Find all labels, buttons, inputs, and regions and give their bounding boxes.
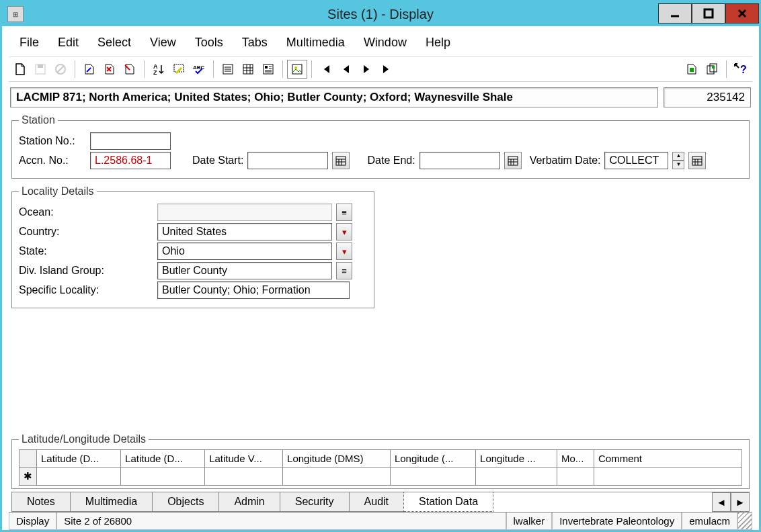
latlon-legend: Latitude/Longitude Details — [19, 433, 149, 445]
toolbar-sep — [282, 60, 283, 78]
tab-admin[interactable]: Admin — [218, 492, 280, 512]
cancel-button[interactable] — [50, 60, 71, 79]
last-record-button[interactable] — [376, 60, 397, 79]
view-contact-button[interactable] — [258, 60, 278, 79]
menu-tabs[interactable]: Tabs — [234, 34, 276, 51]
resize-grip[interactable] — [737, 513, 752, 530]
accn-no-input[interactable] — [90, 152, 171, 169]
svg-rect-47 — [692, 157, 702, 165]
minimize-button[interactable] — [658, 3, 692, 24]
menu-edit[interactable]: Edit — [50, 34, 87, 51]
tab-objects[interactable]: Objects — [152, 492, 219, 512]
close-button[interactable] — [725, 3, 759, 24]
latlon-table[interactable]: Latitude (D... Latitude (D... Latitude V… — [19, 449, 742, 486]
menu-file[interactable]: File — [11, 34, 47, 51]
svg-text:ABC: ABC — [193, 64, 205, 71]
toolbar-sep — [144, 60, 145, 78]
view-detail-button[interactable] — [218, 60, 238, 79]
context-help-button[interactable]: ? — [731, 60, 751, 79]
col-lat-verb[interactable]: Latitude V... — [205, 450, 283, 468]
toolbar: AZ ABC ? — [9, 57, 752, 82]
tab-security[interactable]: Security — [280, 492, 350, 512]
svg-rect-19 — [243, 64, 253, 74]
verbatim-date-input[interactable] — [604, 152, 668, 169]
menu-help[interactable]: Help — [417, 34, 458, 51]
date-end-picker-button[interactable] — [504, 152, 522, 169]
ditto-button[interactable] — [99, 60, 120, 79]
svg-line-7 — [57, 66, 64, 73]
svg-rect-35 — [712, 66, 715, 69]
sort-button[interactable]: AZ — [149, 60, 169, 79]
tab-scroll: ◄ ► — [712, 492, 750, 512]
col-lon-dec[interactable]: Longitude (... — [390, 450, 475, 468]
div-island-lookup-button[interactable]: ≡ — [336, 262, 352, 279]
copy-record-button[interactable] — [682, 60, 702, 79]
date-start-picker-button[interactable] — [332, 152, 350, 169]
svg-rect-32 — [690, 68, 694, 72]
status-host: emulacm — [682, 513, 737, 530]
state-lookup-button[interactable]: ▾ — [336, 242, 352, 260]
tab-audit[interactable]: Audit — [349, 492, 404, 512]
spinner-down-button[interactable]: ▼ — [672, 161, 684, 169]
discard-button[interactable] — [120, 60, 140, 79]
status-position: Site 2 of 26800 — [56, 513, 506, 530]
state-label: State: — [19, 245, 153, 257]
country-lookup-button[interactable]: ▾ — [336, 223, 352, 240]
date-start-input[interactable] — [247, 152, 328, 169]
col-lon-verb[interactable]: Longitude ... — [476, 450, 557, 468]
window-controls — [658, 5, 759, 24]
attach-button[interactable] — [79, 60, 99, 79]
prev-record-button[interactable] — [336, 60, 356, 79]
maximize-button[interactable] — [692, 3, 725, 24]
table-row[interactable]: ✱ — [19, 468, 742, 486]
view-image-button[interactable] — [287, 60, 307, 79]
specific-locality-input[interactable] — [157, 281, 350, 299]
col-mo[interactable]: Mo... — [557, 450, 594, 468]
tab-scroll-right-button[interactable]: ► — [731, 492, 750, 512]
verbatim-spinner[interactable]: ▲ ▼ — [672, 152, 684, 169]
div-island-input[interactable] — [157, 262, 332, 279]
menu-multimedia[interactable]: Multimedia — [278, 34, 353, 51]
save-button[interactable] — [30, 60, 50, 79]
new-row-marker[interactable]: ✱ — [19, 468, 37, 486]
tab-station-data[interactable]: Station Data — [403, 492, 493, 512]
paste-record-button[interactable] — [702, 60, 722, 79]
date-end-input[interactable] — [419, 152, 500, 169]
col-lat-dec[interactable]: Latitude (D... — [121, 450, 205, 468]
svg-text:Z: Z — [153, 69, 157, 76]
locality-legend: Locality Details — [19, 185, 97, 197]
app-window: ⊞ Sites (1) - Display File Edit Select V… — [0, 0, 761, 532]
col-lon-dms[interactable]: Longitude (DMS) — [283, 450, 391, 468]
new-record-button[interactable] — [10, 60, 30, 79]
verbatim-date-picker-button[interactable] — [688, 152, 706, 169]
station-no-input[interactable] — [90, 132, 171, 150]
svg-rect-5 — [38, 64, 43, 68]
spellcheck-button[interactable]: ABC — [189, 60, 209, 79]
next-record-button[interactable] — [356, 60, 376, 79]
tab-notes[interactable]: Notes — [11, 492, 71, 512]
first-record-button[interactable] — [316, 60, 336, 79]
col-comment[interactable]: Comment — [594, 450, 742, 468]
spinner-up-button[interactable]: ▲ — [672, 152, 684, 161]
ocean-lookup-button[interactable]: ≡ — [336, 204, 352, 221]
tab-multimedia[interactable]: Multimedia — [70, 492, 153, 512]
view-list-button[interactable] — [238, 60, 258, 79]
country-input[interactable] — [157, 223, 332, 240]
station-legend: Station — [19, 114, 58, 126]
menu-window[interactable]: Window — [356, 34, 415, 51]
menu-tools[interactable]: Tools — [187, 34, 231, 51]
tab-scroll-left-button[interactable]: ◄ — [712, 492, 731, 512]
state-input[interactable] — [157, 242, 332, 260]
col-lat-dms[interactable]: Latitude (D... — [37, 450, 121, 468]
svg-rect-25 — [265, 66, 268, 69]
verbatim-date-label: Verbatim Date: — [530, 154, 601, 167]
edit-note-button[interactable] — [169, 60, 189, 79]
svg-rect-42 — [508, 157, 518, 165]
station-group: Station Station No.: Accn. No.: Date Sta… — [11, 114, 750, 179]
menu-view[interactable]: View — [142, 34, 184, 51]
status-mode: Display — [9, 513, 56, 530]
record-summary-bar: LACMIP 871; North America; United States… — [10, 87, 751, 107]
specific-locality-label: Specific Locality: — [19, 284, 153, 296]
record-id: 235142 — [664, 87, 751, 107]
menu-select[interactable]: Select — [89, 34, 139, 51]
